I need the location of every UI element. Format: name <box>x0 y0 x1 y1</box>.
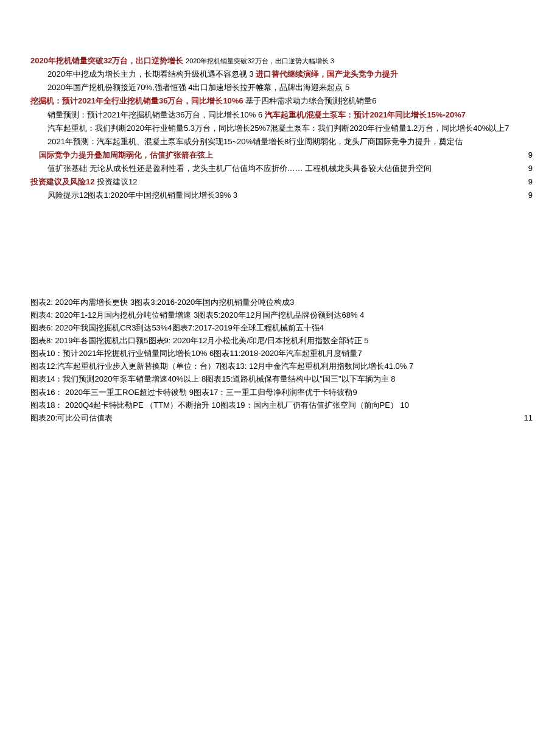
chart-line-12: 图表12:汽车起重机行业步入更新替换期（单位：台）7图表13: 12月中金汽车起… <box>30 360 533 372</box>
toc-line-2: 2020年中挖成为增长主力，长期看结构升级机遇不容忽视 3 进口替代继续演绎，国… <box>47 68 533 80</box>
page-num-9c: 9 <box>528 176 533 188</box>
toc-line-6: 汽车起重机：我们判断2020年行业销量5.3万台，同比增长25%7混凝土泵车：我… <box>47 122 533 134</box>
page-num-9a: 9 <box>528 149 533 161</box>
toc-block: 2020年挖机销量突破32万台，出口逆势增长 2020年挖机销量突破32万台，出… <box>30 55 533 202</box>
toc-line-9: 值扩张基础 无论从成长性还是盈利性看，龙头主机厂估值均不应折价…… 工程机械龙头… <box>47 162 533 175</box>
chart-line-4: 图表4: 2020年1-12月国内挖机分吨位销量增速 3图表5:2020年12月… <box>30 309 533 321</box>
toc-line-10: 投资建议及风险12 投资建议12 9 <box>30 176 533 188</box>
text-domestic-share: 2020年国产挖机份额接近70%,强者恒强 4出口加速增长拉开帷幕，品牌出海迎来… <box>47 83 349 92</box>
toc-line-4: 挖掘机：预计2021年全行业挖机销量36万台，同比增长10%6 基于四种需求动力… <box>30 95 533 107</box>
heading-investment-advice: 投资建议及风险12 <box>30 177 94 186</box>
chart-20-text: 图表20:可比公司估值表 <box>30 413 113 422</box>
toc-line-7: 2021年预测：汽车起重机、混凝土泵车或分别实现15~20%销量增长8行业周期弱… <box>47 136 533 148</box>
toc-line-11: 风险提示12图表1:2020年中国挖机销量同比增长39% 3 9 <box>47 189 533 201</box>
chart-line-6: 图表6: 2020年我国挖掘机CR3到达53%4图表7:2017-2019年全球… <box>30 322 533 334</box>
page-num-9b: 9 <box>528 162 533 175</box>
chart-line-8: 图表8: 2019年各国挖掘机出口额5图表9: 2020年12月小松北美/印尼/… <box>30 335 533 347</box>
chart-line-20: 图表20:可比公司估值表 11 <box>30 412 533 424</box>
page-num-11: 11 <box>524 412 533 424</box>
heading-crane-pump: 汽车起重机/混凝土泵车：预计2021年同比增长15%-20%7 <box>265 110 466 119</box>
text-valuation-basis: 值扩张基础 无论从成长性还是盈利性看，龙头主机厂估值均不应折价…… 工程机械龙头… <box>47 164 432 173</box>
chart-list-block: 图表2: 2020年内需增长更快 3图表3:2016-2020年国内挖机销量分吨… <box>30 296 533 424</box>
text-risk-chart1: 风险提示12图表1:2020年中国挖机销量同比增长39% 3 <box>47 190 237 200</box>
chart-line-16: 图表16： 2020年三一重工ROE超过卡特彼勒 9图表17：三一重工归母净利润… <box>30 386 533 399</box>
toc-line-5: 销量预测：预计2021年挖掘机销量达36万台，同比增长10% 6 汽车起重机/混… <box>47 109 533 121</box>
text-sales-forecast: 销量预测：预计2021年挖掘机销量达36万台，同比增长10% 6 <box>47 110 262 119</box>
chart-line-14: 图表14：我们预测2020年泵车销量增速40%以上 8图表15:道路机械保有量结… <box>30 373 533 385</box>
text-investment-advice: 投资建议12 <box>97 177 137 186</box>
text-excavator-2020-detail: 2020年挖机销量突破32万台，出口逆势大幅增长 3 <box>186 57 334 65</box>
text-crane-judgment: 汽车起重机：我们判断2020年行业销量5.3万台，同比增长25%7混凝土泵车：我… <box>47 124 509 133</box>
chart-line-10: 图表10：预计2021年挖掘机行业销量同比增长10% 6图表11:2018-20… <box>30 348 533 360</box>
heading-excavator-forecast: 挖掘机：预计2021年全行业挖机销量36万台，同比增长10%6 <box>30 96 243 105</box>
heading-import-substitution: 进口替代继续演绎，国产龙头竞争力提升 <box>256 69 398 79</box>
text-2021-forecast: 2021年预测：汽车起重机、混凝土泵车或分别实现15~20%销量增长8行业周期弱… <box>47 137 463 146</box>
heading-excavator-2020: 2020年挖机销量突破32万台，出口逆势增长 <box>30 56 183 65</box>
chart-line-18: 图表18： 2020Q4起卡特比勒PE （TTM）不断抬升 10图表19：国内主… <box>30 399 533 411</box>
text-forecast-basis: 基于四种需求动力综合预测挖机销量6 <box>245 96 376 105</box>
toc-line-3: 2020年国产挖机份额接近70%,强者恒强 4出口加速增长拉开帷幕，品牌出海迎来… <box>47 82 533 94</box>
heading-competitiveness: 国际竞争力提升叠加周期弱化，估值扩张箭在弦上 <box>39 150 213 159</box>
text-mid-excavator: 2020年中挖成为增长主力，长期看结构升级机遇不容忽视 3 <box>47 69 254 79</box>
toc-line-1: 2020年挖机销量突破32万台，出口逆势增长 2020年挖机销量突破32万台，出… <box>30 55 533 67</box>
page-num-9d: 9 <box>528 189 533 201</box>
toc-line-8: 国际竞争力提升叠加周期弱化，估值扩张箭在弦上 9 <box>30 149 533 161</box>
chart-line-2: 图表2: 2020年内需增长更快 3图表3:2016-2020年国内挖机销量分吨… <box>30 296 533 309</box>
